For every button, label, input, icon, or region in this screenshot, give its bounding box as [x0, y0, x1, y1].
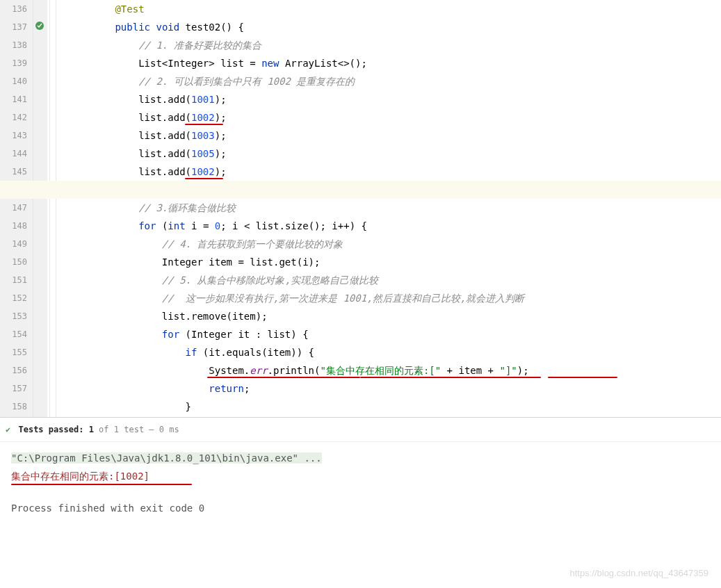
number: 1005: [191, 148, 215, 159]
line-number: 140: [0, 72, 27, 90]
code: (Integer it : list) {: [179, 329, 308, 340]
indent: [68, 238, 162, 250]
indent: [68, 130, 138, 141]
indent: [68, 311, 162, 322]
comment: // 1. 准备好要比较的集合: [138, 40, 261, 51]
keyword: for: [138, 220, 156, 231]
code: list.add(: [138, 166, 191, 177]
number: 1003: [191, 130, 215, 141]
code: ; i < list.size(); i++) {: [220, 220, 367, 231]
tests-passed-count: 1: [89, 425, 94, 434]
keyword: public: [115, 22, 150, 33]
line-number: 154: [0, 325, 27, 343]
method-name: test02: [179, 22, 220, 33]
indent: [68, 202, 138, 213]
indent-guides: [47, 0, 63, 417]
keyword: for: [162, 329, 179, 340]
line-number: 145: [0, 163, 27, 181]
red-underline: [185, 178, 223, 179]
code-content[interactable]: @Test public void test02() { // 1. 准备好要比…: [63, 0, 721, 417]
line-number: 136: [0, 0, 27, 18]
code: ArrayList<>();: [279, 58, 366, 69]
indent: [68, 383, 209, 394]
code: );: [215, 94, 227, 105]
string: "]": [499, 365, 517, 376]
indent: [68, 293, 162, 304]
code: list.remove(item);: [162, 311, 268, 322]
code: );: [215, 112, 227, 123]
line-number: 148: [0, 217, 27, 235]
line-number: 149: [0, 235, 27, 253]
indent: [68, 94, 138, 105]
comment: // 4. 首先获取到第一个要做比较的对象: [162, 238, 343, 250]
line-number: 137: [0, 18, 27, 36]
code: list.add(: [138, 94, 191, 105]
console-command: "C:\Program Files\Java\jdk1.8.0_101\bin\…: [11, 452, 322, 464]
number: 1002: [191, 166, 215, 177]
indent: [68, 347, 186, 358]
watermark: https://blog.csdn.net/qq_43647359: [570, 568, 709, 578]
line-number: 155: [0, 343, 27, 361]
line-number: 141: [0, 90, 27, 108]
string: "集合中存在相同的元素:[": [320, 365, 441, 376]
code: list.add(: [138, 112, 191, 123]
code: ;: [244, 383, 250, 394]
line-number: 142: [0, 108, 27, 126]
comment: // 这一步如果没有执行,第一次进来是 1001,然后直接和自己比较,就会进入判…: [162, 293, 524, 304]
line-number: 150: [0, 253, 27, 271]
line-number: 158: [0, 398, 27, 416]
code: (: [156, 220, 168, 231]
red-underline: [360, 377, 541, 378]
code: );: [215, 148, 227, 159]
indent: [68, 58, 138, 69]
code: + item +: [441, 365, 499, 376]
code-editor[interactable]: 136 137 138 139 140 141 142 143 144 145 …: [0, 0, 721, 417]
keyword: if: [186, 347, 197, 358]
line-number: 156: [0, 361, 27, 379]
red-underline: [548, 377, 617, 378]
line-number: 157: [0, 379, 27, 398]
tests-total: of 1 test – 0 ms: [94, 425, 179, 434]
code: List<Integer> list =: [138, 58, 261, 69]
line-number: 138: [0, 36, 27, 54]
run-test-icon[interactable]: [35, 21, 44, 33]
indent: [68, 3, 115, 15]
indent: [68, 22, 115, 33]
code: () {: [220, 22, 244, 33]
line-number: 144: [0, 145, 27, 163]
line-number: 152: [0, 289, 27, 307]
field-err: err: [250, 365, 267, 376]
keyword: void: [156, 22, 179, 33]
code: Integer item = list.get(i);: [162, 256, 321, 268]
code: );: [517, 365, 529, 376]
code: );: [215, 166, 227, 177]
code: }: [186, 401, 191, 412]
number: 1002: [191, 112, 215, 123]
keyword: return: [209, 383, 244, 394]
code: .println(: [268, 365, 321, 376]
indent: [68, 401, 186, 412]
code: );: [215, 130, 227, 141]
indent: [68, 166, 138, 177]
comment: // 3.循环集合做比较: [138, 202, 236, 213]
line-number: 139: [0, 54, 27, 72]
code: list.add(: [138, 148, 191, 159]
indent: [68, 148, 138, 159]
indent: [68, 275, 162, 286]
indent: [68, 256, 162, 268]
red-underline: [11, 484, 192, 485]
check-icon: ✔: [6, 425, 10, 434]
code: i =: [186, 220, 215, 231]
indent: [68, 112, 138, 123]
console-output[interactable]: "C:\Program Files\Java\jdk1.8.0_101\bin\…: [0, 442, 721, 524]
gutter-icons: [33, 0, 47, 417]
keyword: new: [261, 58, 279, 69]
indent: [68, 329, 162, 340]
comment: // 2. 可以看到集合中只有 1002 是重复存在的: [138, 76, 355, 87]
line-number-gutter: 136 137 138 139 140 141 142 143 144 145 …: [0, 0, 33, 417]
indent: [68, 76, 138, 87]
tests-passed-label: Tests passed:: [18, 425, 83, 434]
console-exit: Process finished with exit code 0: [11, 503, 204, 514]
run-panel: ✔ Tests passed: 1 of 1 test – 0 ms "C:\P…: [0, 417, 721, 524]
console-stderr: 集合中存在相同的元素:[1002]: [11, 467, 149, 485]
